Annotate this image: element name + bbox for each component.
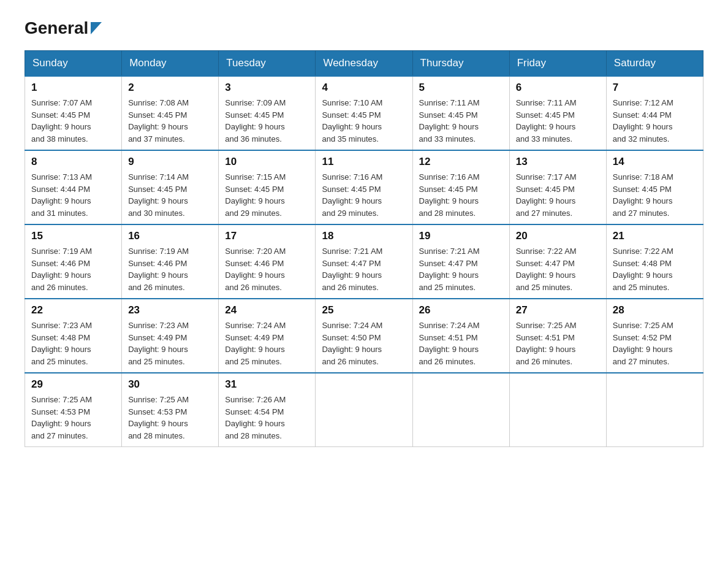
calendar-header-row: SundayMondayTuesdayWednesdayThursdayFrid… [25, 51, 703, 77]
calendar-cell: 21 Sunrise: 7:22 AM Sunset: 4:48 PM Dayl… [606, 224, 703, 299]
calendar-cell: 6 Sunrise: 7:11 AM Sunset: 4:45 PM Dayli… [509, 76, 606, 150]
calendar-cell: 13 Sunrise: 7:17 AM Sunset: 4:45 PM Dayl… [509, 150, 606, 224]
day-info: Sunrise: 7:09 AM Sunset: 4:45 PM Dayligh… [225, 97, 309, 145]
calendar-cell: 2 Sunrise: 7:08 AM Sunset: 4:45 PM Dayli… [122, 76, 219, 150]
day-number: 11 [322, 156, 406, 168]
day-info: Sunrise: 7:20 AM Sunset: 4:46 PM Dayligh… [225, 245, 309, 293]
calendar-cell: 5 Sunrise: 7:11 AM Sunset: 4:45 PM Dayli… [412, 76, 509, 150]
day-info: Sunrise: 7:23 AM Sunset: 4:48 PM Dayligh… [31, 320, 115, 367]
day-info: Sunrise: 7:24 AM Sunset: 4:50 PM Dayligh… [322, 320, 406, 367]
day-number: 12 [419, 156, 503, 168]
column-header-tuesday: Tuesday [219, 51, 316, 77]
calendar-cell: 24 Sunrise: 7:24 AM Sunset: 4:49 PM Dayl… [219, 299, 316, 373]
calendar-cell: 18 Sunrise: 7:21 AM Sunset: 4:47 PM Dayl… [316, 224, 412, 299]
day-number: 24 [225, 304, 309, 316]
day-number: 7 [613, 82, 697, 94]
column-header-monday: Monday [122, 51, 219, 77]
day-info: Sunrise: 7:10 AM Sunset: 4:45 PM Dayligh… [322, 97, 406, 145]
day-info: Sunrise: 7:15 AM Sunset: 4:45 PM Dayligh… [225, 171, 309, 219]
day-number: 15 [31, 230, 115, 242]
day-number: 31 [225, 378, 309, 391]
day-number: 14 [613, 156, 697, 168]
calendar-cell [316, 373, 412, 447]
calendar-cell [412, 373, 509, 447]
day-number: 9 [128, 156, 212, 168]
day-number: 23 [128, 304, 212, 316]
column-header-friday: Friday [509, 51, 606, 77]
calendar-cell: 28 Sunrise: 7:25 AM Sunset: 4:52 PM Dayl… [606, 299, 703, 373]
calendar-cell: 22 Sunrise: 7:23 AM Sunset: 4:48 PM Dayl… [25, 299, 122, 373]
day-info: Sunrise: 7:12 AM Sunset: 4:44 PM Dayligh… [613, 97, 697, 145]
calendar-week-row: 1 Sunrise: 7:07 AM Sunset: 4:45 PM Dayli… [25, 76, 703, 150]
day-number: 25 [322, 304, 406, 316]
day-number: 18 [322, 230, 406, 242]
day-info: Sunrise: 7:24 AM Sunset: 4:51 PM Dayligh… [419, 320, 503, 367]
day-info: Sunrise: 7:08 AM Sunset: 4:45 PM Dayligh… [128, 97, 212, 145]
day-info: Sunrise: 7:16 AM Sunset: 4:45 PM Dayligh… [419, 171, 503, 219]
svg-marker-0 [91, 22, 102, 34]
page-header: General [25, 18, 703, 38]
logo: General [25, 18, 102, 38]
day-number: 26 [419, 304, 503, 316]
calendar-week-row: 15 Sunrise: 7:19 AM Sunset: 4:46 PM Dayl… [25, 224, 703, 299]
calendar-cell: 31 Sunrise: 7:26 AM Sunset: 4:54 PM Dayl… [219, 373, 316, 447]
calendar-cell [509, 373, 606, 447]
day-info: Sunrise: 7:16 AM Sunset: 4:45 PM Dayligh… [322, 171, 406, 219]
day-number: 2 [128, 82, 212, 94]
calendar-cell: 20 Sunrise: 7:22 AM Sunset: 4:47 PM Dayl… [509, 224, 606, 299]
day-number: 29 [31, 378, 115, 391]
calendar-week-row: 22 Sunrise: 7:23 AM Sunset: 4:48 PM Dayl… [25, 299, 703, 373]
day-number: 13 [516, 156, 600, 168]
column-header-wednesday: Wednesday [316, 51, 412, 77]
calendar-cell: 15 Sunrise: 7:19 AM Sunset: 4:46 PM Dayl… [25, 224, 122, 299]
day-info: Sunrise: 7:11 AM Sunset: 4:45 PM Dayligh… [419, 97, 503, 145]
calendar-cell: 17 Sunrise: 7:20 AM Sunset: 4:46 PM Dayl… [219, 224, 316, 299]
day-info: Sunrise: 7:14 AM Sunset: 4:45 PM Dayligh… [128, 171, 212, 219]
calendar-cell: 23 Sunrise: 7:23 AM Sunset: 4:49 PM Dayl… [122, 299, 219, 373]
day-info: Sunrise: 7:23 AM Sunset: 4:49 PM Dayligh… [128, 320, 212, 367]
day-number: 10 [225, 156, 309, 168]
day-info: Sunrise: 7:19 AM Sunset: 4:46 PM Dayligh… [128, 245, 212, 293]
day-info: Sunrise: 7:17 AM Sunset: 4:45 PM Dayligh… [516, 171, 600, 219]
day-info: Sunrise: 7:18 AM Sunset: 4:45 PM Dayligh… [613, 171, 697, 219]
day-info: Sunrise: 7:22 AM Sunset: 4:48 PM Dayligh… [613, 245, 697, 293]
calendar-week-row: 29 Sunrise: 7:25 AM Sunset: 4:53 PM Dayl… [25, 373, 703, 447]
calendar-cell: 3 Sunrise: 7:09 AM Sunset: 4:45 PM Dayli… [219, 76, 316, 150]
calendar-cell: 11 Sunrise: 7:16 AM Sunset: 4:45 PM Dayl… [316, 150, 412, 224]
day-info: Sunrise: 7:21 AM Sunset: 4:47 PM Dayligh… [322, 245, 406, 293]
day-info: Sunrise: 7:26 AM Sunset: 4:54 PM Dayligh… [225, 394, 309, 442]
day-info: Sunrise: 7:25 AM Sunset: 4:53 PM Dayligh… [128, 394, 212, 442]
logo-arrow-icon [91, 22, 102, 37]
calendar-cell: 1 Sunrise: 7:07 AM Sunset: 4:45 PM Dayli… [25, 76, 122, 150]
day-info: Sunrise: 7:25 AM Sunset: 4:51 PM Dayligh… [516, 320, 600, 367]
day-number: 30 [128, 378, 212, 391]
column-header-thursday: Thursday [412, 51, 509, 77]
day-info: Sunrise: 7:11 AM Sunset: 4:45 PM Dayligh… [516, 97, 600, 145]
calendar-cell: 4 Sunrise: 7:10 AM Sunset: 4:45 PM Dayli… [316, 76, 412, 150]
calendar-cell: 9 Sunrise: 7:14 AM Sunset: 4:45 PM Dayli… [122, 150, 219, 224]
day-info: Sunrise: 7:07 AM Sunset: 4:45 PM Dayligh… [31, 97, 115, 145]
day-info: Sunrise: 7:25 AM Sunset: 4:52 PM Dayligh… [613, 320, 697, 367]
calendar-week-row: 8 Sunrise: 7:13 AM Sunset: 4:44 PM Dayli… [25, 150, 703, 224]
logo-general-text: General [25, 18, 88, 38]
day-number: 1 [31, 82, 115, 94]
calendar-cell: 29 Sunrise: 7:25 AM Sunset: 4:53 PM Dayl… [25, 373, 122, 447]
column-header-saturday: Saturday [606, 51, 703, 77]
calendar-table: SundayMondayTuesdayWednesdayThursdayFrid… [25, 50, 703, 447]
day-number: 20 [516, 230, 600, 242]
day-info: Sunrise: 7:21 AM Sunset: 4:47 PM Dayligh… [419, 245, 503, 293]
day-number: 19 [419, 230, 503, 242]
calendar-cell: 26 Sunrise: 7:24 AM Sunset: 4:51 PM Dayl… [412, 299, 509, 373]
calendar-cell: 10 Sunrise: 7:15 AM Sunset: 4:45 PM Dayl… [219, 150, 316, 224]
calendar-cell: 19 Sunrise: 7:21 AM Sunset: 4:47 PM Dayl… [412, 224, 509, 299]
day-info: Sunrise: 7:24 AM Sunset: 4:49 PM Dayligh… [225, 320, 309, 367]
day-number: 27 [516, 304, 600, 316]
calendar-cell: 30 Sunrise: 7:25 AM Sunset: 4:53 PM Dayl… [122, 373, 219, 447]
calendar-cell: 16 Sunrise: 7:19 AM Sunset: 4:46 PM Dayl… [122, 224, 219, 299]
day-number: 4 [322, 82, 406, 94]
day-info: Sunrise: 7:19 AM Sunset: 4:46 PM Dayligh… [31, 245, 115, 293]
day-info: Sunrise: 7:13 AM Sunset: 4:44 PM Dayligh… [31, 171, 115, 219]
day-number: 22 [31, 304, 115, 316]
column-header-sunday: Sunday [25, 51, 122, 77]
day-number: 3 [225, 82, 309, 94]
